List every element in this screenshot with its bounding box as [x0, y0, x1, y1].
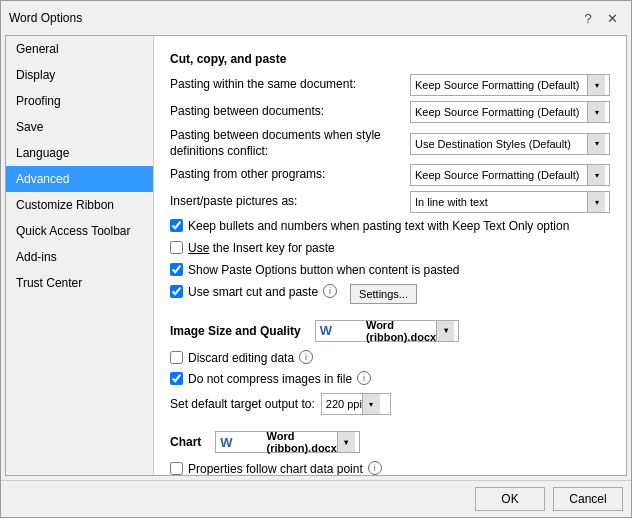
- sidebar-item-language[interactable]: Language: [6, 140, 153, 166]
- cut-copy-paste-title: Cut, copy, and paste: [170, 52, 286, 66]
- checkbox-row-insert-key: Use the Insert key for paste: [170, 240, 610, 257]
- paste-dropdown-4[interactable]: Keep Source Formatting (Default) ▾: [410, 164, 610, 186]
- checkbox-properties-label: Properties follow chart data point: [188, 461, 363, 475]
- image-file-name: Word (ribbon).docx: [366, 319, 436, 343]
- settings-button[interactable]: Settings...: [350, 284, 417, 304]
- ok-button[interactable]: OK: [475, 487, 545, 511]
- paste-label-3: Pasting between documents when style def…: [170, 128, 410, 159]
- smart-cut-info-icon: i: [323, 284, 337, 298]
- sidebar-item-add-ins[interactable]: Add-ins: [6, 244, 153, 270]
- checkbox-insert-key[interactable]: [170, 241, 183, 254]
- image-file-dropdown[interactable]: W Word (ribbon).docx ▾: [315, 320, 460, 342]
- chart-file-name: Word (ribbon).docx: [267, 430, 337, 454]
- checkbox-paste-options[interactable]: [170, 263, 183, 276]
- paste-value-5: In line with text: [415, 196, 587, 208]
- paste-dropdown-1[interactable]: Keep Source Formatting (Default) ▾: [410, 74, 610, 96]
- sidebar-item-trust-center[interactable]: Trust Center: [6, 270, 153, 296]
- ppi-arrow: ▾: [362, 394, 380, 414]
- paste-value-4: Keep Source Formatting (Default): [415, 169, 587, 181]
- checkbox-smart-cut[interactable]: [170, 285, 183, 298]
- sidebar-item-save[interactable]: Save: [6, 114, 153, 140]
- image-section: Image Size and Quality W Word (ribbon).d…: [170, 316, 610, 416]
- checkbox-row-paste-options: Show Paste Options button when content i…: [170, 262, 610, 279]
- dialog-footer: OK Cancel: [1, 480, 631, 517]
- checkbox-row-smart-cut: Use smart cut and paste i Settings...: [170, 284, 610, 304]
- paste-dropdown-3[interactable]: Use Destination Styles (Default) ▾: [410, 133, 610, 155]
- sidebar-item-quick-access[interactable]: Quick Access Toolbar: [6, 218, 153, 244]
- checkbox-properties[interactable]: [170, 462, 183, 475]
- word-options-dialog: Word Options ? ✕ General Display Proofin…: [0, 0, 632, 518]
- sidebar-item-customize-ribbon[interactable]: Customize Ribbon: [6, 192, 153, 218]
- word-icon-chart: W: [220, 435, 263, 450]
- checkbox-paste-options-label: Show Paste Options button when content i…: [188, 262, 460, 279]
- paste-label-1: Pasting within the same document:: [170, 77, 410, 93]
- chart-section-header: Chart W Word (ribbon).docx ▾: [170, 427, 610, 461]
- close-button[interactable]: ✕: [601, 7, 623, 29]
- sidebar: General Display Proofing Save Language A…: [6, 36, 154, 475]
- image-header-label: Image Size and Quality: [170, 324, 301, 338]
- paste-label-5: Insert/paste pictures as:: [170, 194, 410, 210]
- help-button[interactable]: ?: [577, 7, 599, 29]
- output-label: Set default target output to:: [170, 397, 315, 411]
- properties-info-icon: i: [368, 461, 382, 475]
- checkbox-insert-key-label: Use the Insert key for paste: [188, 240, 335, 257]
- checkbox-no-compress[interactable]: [170, 372, 183, 385]
- cancel-button[interactable]: Cancel: [553, 487, 623, 511]
- image-section-header: Image Size and Quality W Word (ribbon).d…: [170, 316, 610, 350]
- sidebar-item-advanced[interactable]: Advanced: [6, 166, 153, 192]
- checkbox-row-bullets: Keep bullets and numbers when pasting te…: [170, 218, 610, 235]
- chart-header-label: Chart: [170, 435, 201, 449]
- output-row: Set default target output to: 220 ppi ▾: [170, 393, 610, 415]
- dropdown-arrow-1: ▾: [587, 75, 605, 95]
- paste-row-3: Pasting between documents when style def…: [170, 128, 610, 159]
- paste-value-1: Keep Source Formatting (Default): [415, 79, 587, 91]
- paste-row-2: Pasting between documents: Keep Source F…: [170, 101, 610, 123]
- paste-label-2: Pasting between documents:: [170, 104, 410, 120]
- no-compress-info-icon: i: [357, 371, 371, 385]
- paste-row-1: Pasting within the same document: Keep S…: [170, 74, 610, 96]
- dropdown-arrow-5: ▾: [587, 192, 605, 212]
- checkbox-bullets-label: Keep bullets and numbers when pasting te…: [188, 218, 569, 235]
- checkbox-smart-cut-label: Use smart cut and paste: [188, 284, 318, 301]
- title-bar-right: ? ✕: [577, 7, 623, 29]
- discard-info-icon: i: [299, 350, 313, 364]
- sidebar-item-display[interactable]: Display: [6, 62, 153, 88]
- paste-dropdown-2[interactable]: Keep Source Formatting (Default) ▾: [410, 101, 610, 123]
- checkbox-no-compress-label: Do not compress images in file: [188, 371, 352, 388]
- sidebar-item-proofing[interactable]: Proofing: [6, 88, 153, 114]
- paste-row-4: Pasting from other programs: Keep Source…: [170, 164, 610, 186]
- title-bar: Word Options ? ✕: [1, 1, 631, 35]
- paste-dropdown-5[interactable]: In line with text ▾: [410, 191, 610, 213]
- ppi-select[interactable]: 220 ppi ▾: [321, 393, 391, 415]
- dialog-title: Word Options: [9, 11, 82, 25]
- sidebar-item-general[interactable]: General: [6, 36, 153, 62]
- word-icon-image: W: [320, 323, 363, 338]
- ppi-value: 220 ppi: [326, 398, 362, 410]
- dropdown-arrow-2: ▾: [587, 102, 605, 122]
- paste-value-2: Keep Source Formatting (Default): [415, 106, 587, 118]
- checkbox-discard[interactable]: [170, 351, 183, 364]
- checkbox-row-properties: Properties follow chart data point i: [170, 461, 610, 475]
- content-area: Cut, copy, and paste Pasting within the …: [154, 36, 626, 475]
- title-bar-left: Word Options: [9, 11, 82, 25]
- dropdown-arrow-4: ▾: [587, 165, 605, 185]
- checkbox-bullets[interactable]: [170, 219, 183, 232]
- checkbox-row-discard: Discard editing data i: [170, 350, 610, 367]
- checkbox-row-no-compress: Do not compress images in file i: [170, 371, 610, 388]
- image-file-dropdown-arrow: ▾: [436, 321, 454, 341]
- cut-copy-paste-header: Cut, copy, and paste: [170, 48, 610, 74]
- chart-file-dropdown[interactable]: W Word (ribbon).docx ▾: [215, 431, 360, 453]
- dropdown-arrow-3: ▾: [587, 134, 605, 154]
- chart-section: Chart W Word (ribbon).docx ▾ Properties …: [170, 427, 610, 475]
- paste-label-4: Pasting from other programs:: [170, 167, 410, 183]
- paste-value-3: Use Destination Styles (Default): [415, 138, 587, 150]
- dialog-body: General Display Proofing Save Language A…: [5, 35, 627, 476]
- paste-row-5: Insert/paste pictures as: In line with t…: [170, 191, 610, 213]
- chart-file-dropdown-arrow: ▾: [337, 432, 355, 452]
- checkbox-discard-label: Discard editing data: [188, 350, 294, 367]
